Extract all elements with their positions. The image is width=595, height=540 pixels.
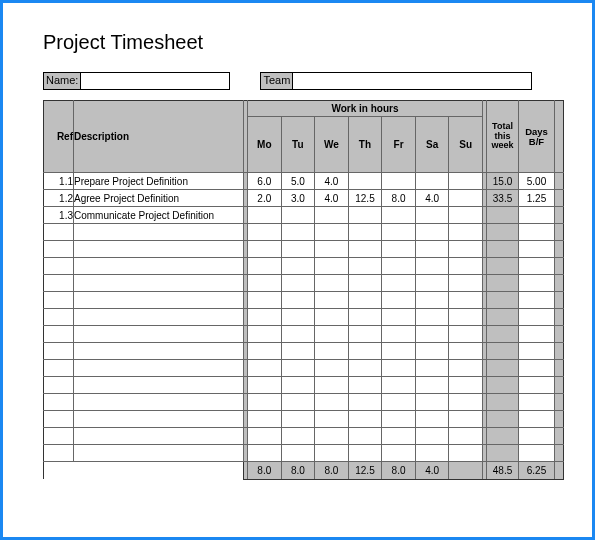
cell-fr[interactable]: [382, 207, 416, 224]
cell-mo[interactable]: [248, 309, 282, 326]
cell-th[interactable]: [348, 377, 382, 394]
cell-ref[interactable]: [44, 224, 74, 241]
cell-su[interactable]: [449, 394, 483, 411]
cell-ref[interactable]: [44, 241, 74, 258]
cell-desc[interactable]: [74, 360, 244, 377]
cell-desc[interactable]: [74, 275, 244, 292]
cell-th[interactable]: [348, 360, 382, 377]
cell-desc[interactable]: [74, 309, 244, 326]
cell-fr[interactable]: [382, 343, 416, 360]
cell-th[interactable]: [348, 343, 382, 360]
cell-ref[interactable]: [44, 377, 74, 394]
cell-mo[interactable]: [248, 428, 282, 445]
cell-bf[interactable]: [519, 377, 555, 394]
cell-tu[interactable]: [281, 411, 315, 428]
cell-th[interactable]: [348, 207, 382, 224]
cell-mo[interactable]: [248, 207, 282, 224]
cell-tu[interactable]: [281, 343, 315, 360]
cell-bf[interactable]: [519, 394, 555, 411]
cell-sa[interactable]: [415, 173, 449, 190]
cell-su[interactable]: [449, 377, 483, 394]
cell-th[interactable]: [348, 411, 382, 428]
cell-fr[interactable]: [382, 394, 416, 411]
cell-su[interactable]: [449, 343, 483, 360]
cell-we[interactable]: [315, 275, 349, 292]
cell-sa[interactable]: 4.0: [415, 190, 449, 207]
cell-th[interactable]: [348, 428, 382, 445]
cell-we[interactable]: [315, 343, 349, 360]
cell-ref[interactable]: [44, 445, 74, 462]
cell-sa[interactable]: [415, 360, 449, 377]
cell-mo[interactable]: [248, 241, 282, 258]
cell-bf[interactable]: [519, 309, 555, 326]
cell-mo[interactable]: 6.0: [248, 173, 282, 190]
cell-we[interactable]: [315, 241, 349, 258]
cell-desc[interactable]: [74, 224, 244, 241]
cell-su[interactable]: [449, 292, 483, 309]
name-input[interactable]: [81, 73, 229, 89]
cell-th[interactable]: [348, 394, 382, 411]
cell-we[interactable]: [315, 224, 349, 241]
cell-su[interactable]: [449, 275, 483, 292]
cell-sa[interactable]: [415, 411, 449, 428]
cell-fr[interactable]: [382, 258, 416, 275]
cell-we[interactable]: [315, 292, 349, 309]
cell-tu[interactable]: [281, 275, 315, 292]
cell-ref[interactable]: [44, 292, 74, 309]
cell-bf[interactable]: [519, 241, 555, 258]
cell-fr[interactable]: [382, 309, 416, 326]
cell-su[interactable]: [449, 241, 483, 258]
cell-we[interactable]: [315, 258, 349, 275]
cell-su[interactable]: [449, 173, 483, 190]
cell-ref[interactable]: [44, 326, 74, 343]
cell-we[interactable]: [315, 309, 349, 326]
cell-fr[interactable]: [382, 224, 416, 241]
cell-fr[interactable]: [382, 275, 416, 292]
cell-th[interactable]: [348, 326, 382, 343]
cell-mo[interactable]: [248, 326, 282, 343]
cell-we[interactable]: [315, 394, 349, 411]
cell-fr[interactable]: [382, 428, 416, 445]
cell-su[interactable]: [449, 258, 483, 275]
cell-th[interactable]: [348, 275, 382, 292]
cell-desc[interactable]: [74, 292, 244, 309]
cell-fr[interactable]: [382, 360, 416, 377]
cell-we[interactable]: [315, 428, 349, 445]
cell-fr[interactable]: [382, 377, 416, 394]
cell-th[interactable]: 12.5: [348, 190, 382, 207]
cell-tu[interactable]: [281, 207, 315, 224]
cell-bf[interactable]: [519, 343, 555, 360]
cell-sa[interactable]: [415, 377, 449, 394]
cell-desc[interactable]: [74, 343, 244, 360]
cell-su[interactable]: [449, 326, 483, 343]
cell-sa[interactable]: [415, 445, 449, 462]
cell-fr[interactable]: [382, 411, 416, 428]
cell-we[interactable]: 4.0: [315, 173, 349, 190]
cell-bf[interactable]: [519, 292, 555, 309]
cell-sa[interactable]: [415, 394, 449, 411]
cell-tu[interactable]: [281, 292, 315, 309]
cell-tu[interactable]: [281, 241, 315, 258]
cell-sa[interactable]: [415, 428, 449, 445]
cell-sa[interactable]: [415, 326, 449, 343]
cell-bf[interactable]: [519, 411, 555, 428]
cell-tu[interactable]: 3.0: [281, 190, 315, 207]
cell-ref[interactable]: 1.1: [44, 173, 74, 190]
cell-mo[interactable]: [248, 258, 282, 275]
cell-mo[interactable]: [248, 445, 282, 462]
cell-bf[interactable]: [519, 258, 555, 275]
cell-we[interactable]: [315, 377, 349, 394]
cell-ref[interactable]: [44, 360, 74, 377]
cell-desc[interactable]: [74, 326, 244, 343]
cell-tu[interactable]: 5.0: [281, 173, 315, 190]
cell-mo[interactable]: 2.0: [248, 190, 282, 207]
cell-bf[interactable]: [519, 275, 555, 292]
cell-sa[interactable]: [415, 343, 449, 360]
cell-sa[interactable]: [415, 241, 449, 258]
cell-ref[interactable]: [44, 394, 74, 411]
cell-desc[interactable]: [74, 411, 244, 428]
cell-su[interactable]: [449, 207, 483, 224]
cell-bf[interactable]: [519, 360, 555, 377]
cell-sa[interactable]: [415, 275, 449, 292]
cell-desc[interactable]: [74, 445, 244, 462]
